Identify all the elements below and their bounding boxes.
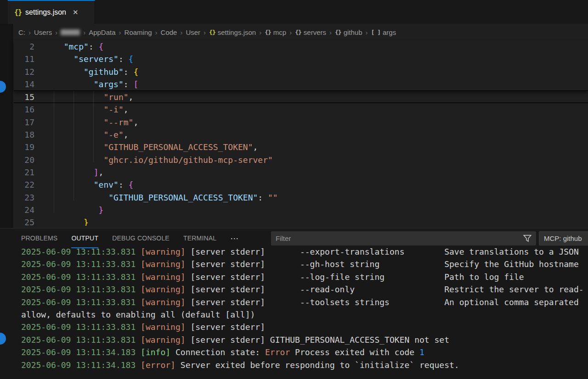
line-number: 24 <box>14 204 34 216</box>
breadcrumb-item-servers[interactable]: {}servers <box>295 28 326 36</box>
code-line-21[interactable]: 21 ], <box>14 166 588 178</box>
token: [warning] <box>141 272 186 282</box>
code-text: "-i", <box>34 103 588 116</box>
line-number: 21 <box>14 166 34 178</box>
braces-icon: {} <box>335 29 341 36</box>
token <box>136 322 141 332</box>
code-area[interactable]: 15 "run",16 "-i",17 "--rm",18 "-e",19 "G… <box>14 91 588 226</box>
token <box>136 335 141 345</box>
close-icon[interactable]: ✕ <box>73 8 79 17</box>
token: , <box>124 105 129 114</box>
log-line: 2025-06-09 13:11:33.831 [warning] [serve… <box>0 271 588 283</box>
line-number: 16 <box>14 103 34 116</box>
panel-tab-terminal[interactable]: TERMINAL <box>183 229 216 248</box>
breadcrumb-item-settings-json[interactable]: {}settings.json <box>209 28 256 36</box>
breadcrumb-item-code[interactable]: Code <box>161 28 177 36</box>
code-line-12[interactable]: 12 "github": { <box>14 66 588 78</box>
token: "servers" <box>74 54 119 64</box>
token <box>136 347 141 357</box>
token: "mcp" <box>64 42 89 51</box>
token: "" <box>268 193 278 202</box>
bottom-panel: PROBLEMSOUTPUTDEBUG CONSOLETERMINAL ⋯ MC… <box>0 228 588 379</box>
line-number: 15 <box>14 91 34 102</box>
chevron-right-icon: › <box>329 28 332 36</box>
breadcrumb-label: User <box>186 28 200 36</box>
breadcrumb-item-c-[interactable]: C: <box>18 28 25 36</box>
chevron-right-icon: › <box>83 28 85 36</box>
breadcrumb-item-users[interactable]: Users <box>34 28 52 36</box>
code-text: "GITHUB_PERSONAL_ACCESS_TOKEN": "" <box>34 191 588 204</box>
code-line-11[interactable]: 11 "servers": { <box>14 53 588 65</box>
token: 1 <box>419 347 424 357</box>
token: [server stderr] --gh-host string Specify… <box>186 259 579 269</box>
braces-icon: {} <box>265 29 271 36</box>
breadcrumb-label: args <box>383 28 396 36</box>
breadcrumb-user-redacted[interactable] <box>61 29 80 35</box>
token: allow, defaults to enabling all (default… <box>21 310 255 319</box>
code-line-22[interactable]: 22 "env": { <box>14 178 588 191</box>
breadcrumb-item-mcp[interactable]: {}mcp <box>265 28 286 36</box>
filter-box <box>271 231 536 245</box>
code-line-2[interactable]: 2 "mcp": { <box>14 40 588 53</box>
token: [server stderr] --read-only Restrict the… <box>186 284 584 294</box>
token: : <box>119 54 129 64</box>
token: { <box>129 180 134 190</box>
token: { <box>133 67 138 77</box>
code-line-24[interactable]: 24 } <box>14 204 588 216</box>
token: "-e" <box>103 130 123 139</box>
code-line-18[interactable]: 18 "-e", <box>14 128 588 141</box>
token: } <box>84 217 89 226</box>
log-line: 2025-06-09 13:11:33.831 [warning] [serve… <box>0 258 588 270</box>
indent-guide <box>93 91 94 162</box>
code-text: "mcp": { <box>34 40 588 53</box>
panel-tab-problems[interactable]: PROBLEMS <box>21 229 57 248</box>
line-number: 11 <box>14 53 34 65</box>
output-log[interactable]: 2025-06-09 13:11:33.831 [warning] [serve… <box>0 248 588 379</box>
panel-tab-output[interactable]: OUTPUT <box>71 229 98 248</box>
code-line-16[interactable]: 16 "-i", <box>14 103 588 116</box>
token: : <box>119 180 129 190</box>
breadcrumb-label: settings.json <box>218 28 256 36</box>
breadcrumb-item-roaming[interactable]: Roaming <box>124 28 152 36</box>
token: [warning] <box>141 322 186 332</box>
code-line-25[interactable]: 25 } <box>14 216 588 226</box>
breadcrumb-item-args[interactable]: [ ]args <box>371 28 396 36</box>
code-line-14[interactable]: 14 "args": [ <box>14 78 588 90</box>
filter-icon[interactable] <box>523 234 531 242</box>
token: { <box>99 42 104 51</box>
chevron-right-icon: › <box>204 28 206 36</box>
code-line-17[interactable]: 17 "--rm", <box>14 116 588 128</box>
token: Process exited with code <box>290 347 419 357</box>
panel-tab-debug-console[interactable]: DEBUG CONSOLE <box>112 229 170 248</box>
tab-label: settings.json <box>25 8 66 17</box>
token: , <box>133 117 138 127</box>
token: 2025-06-09 13:11:33.831 <box>21 248 136 256</box>
breadcrumb-label: AppData <box>89 28 115 36</box>
output-channel-select[interactable]: MCP: github <box>539 231 588 245</box>
redacted-blur <box>61 29 80 35</box>
breadcrumb-label: github <box>344 28 362 36</box>
code-line-15[interactable]: 15 "run", <box>14 91 588 103</box>
breadcrumb-item-github[interactable]: {}github <box>335 28 362 36</box>
breadcrumb-item-user[interactable]: User <box>186 28 200 36</box>
token: [server stderr] --toolsets strings An op… <box>186 297 579 307</box>
braces-icon: {} <box>209 29 215 36</box>
code-text: "ghcr.io/github/github-mcp-server" <box>34 154 588 166</box>
code-line-20[interactable]: 20 "ghcr.io/github/github-mcp-server" <box>14 154 588 166</box>
code-text: "run", <box>34 91 588 102</box>
token: "run" <box>103 92 128 102</box>
log-line: 2025-06-09 13:11:33.831 [warning] [serve… <box>0 321 588 333</box>
json-file-icon: {} <box>14 8 22 17</box>
code-line-23[interactable]: 23 "GITHUB_PERSONAL_ACCESS_TOKEN": "" <box>14 191 588 204</box>
log-line: 2025-06-09 13:11:33.831 [warning] [serve… <box>0 296 588 308</box>
code-text: ], <box>34 166 588 178</box>
filter-input[interactable] <box>271 234 523 242</box>
tab-settings-json[interactable]: {} settings.json ✕ <box>8 0 95 24</box>
breadcrumb-item-appdata[interactable]: AppData <box>89 28 115 36</box>
code-text: "servers": { <box>34 53 588 65</box>
more-actions-icon[interactable]: ⋯ <box>230 234 239 244</box>
line-number: 12 <box>14 66 34 78</box>
token: : <box>258 193 268 202</box>
line-number: 25 <box>14 216 34 226</box>
code-line-19[interactable]: 19 "GITHUB_PERSONAL_ACCESS_TOKEN", <box>14 141 588 153</box>
